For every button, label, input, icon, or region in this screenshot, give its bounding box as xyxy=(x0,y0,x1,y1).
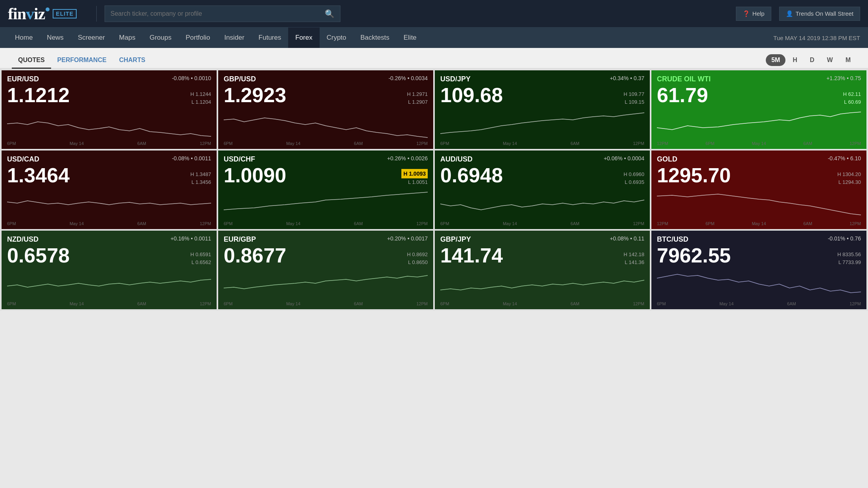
time-controls: 5M H D W M xyxy=(766,54,856,66)
tile-crudeoil-header: CRUDE OIL WTI +1.23% • 0.75 xyxy=(657,75,861,83)
tile-gbpusd-header: GBP/USD -0.26% • 0.0034 xyxy=(224,75,428,83)
header-divider xyxy=(96,6,97,22)
tile-gbpjpy-price: 141.74 xyxy=(440,244,503,267)
tile-gold-hl: H 1304.20L 1294.30 xyxy=(837,171,861,187)
nav-home[interactable]: Home xyxy=(8,28,40,48)
tile-btcusd-price: 7962.55 xyxy=(657,244,731,267)
tile-usdcad-symbol: USD/CAD xyxy=(7,155,39,163)
tile-eurusd-labels: 6PMMay 146AM12PM xyxy=(7,141,211,146)
tile-usdcad-price: 1.3464 xyxy=(7,164,70,187)
tile-eurusd-hl: H 1.1244L 1.1204 xyxy=(190,90,211,107)
tile-audusd-price: 0.6948 xyxy=(440,164,503,187)
nav-backtests[interactable]: Backtests xyxy=(353,28,397,48)
tile-eurusd-header: EUR/USD -0.08% • 0.0010 xyxy=(7,75,211,83)
tile-gbpusd-change: -0.26% • 0.0034 xyxy=(388,75,428,81)
search-icon[interactable]: 🔍 xyxy=(325,9,335,18)
search-box[interactable]: 🔍 xyxy=(105,6,340,22)
trends-button[interactable]: 👤 Trends On Wall Street xyxy=(779,7,860,21)
tile-crudeoil-change: +1.23% • 0.75 xyxy=(826,75,861,81)
tile-usdjpy-symbol: USD/JPY xyxy=(440,75,471,83)
nav-insider[interactable]: Insider xyxy=(217,28,252,48)
nav-portfolio[interactable]: Portfolio xyxy=(178,28,217,48)
trends-label: Trends On Wall Street xyxy=(796,10,853,17)
time-h[interactable]: H xyxy=(787,54,803,66)
tile-nzdusd-price-row: 0.6578 H 0.6591L 0.6562 xyxy=(7,244,211,267)
nav: Home News Screener Maps Groups Portfolio… xyxy=(0,28,868,48)
tile-nzdusd-change: +0.16% • 0.0011 xyxy=(171,235,211,242)
tile-gbpusd: GBP/USD -0.26% • 0.0034 1.2923 H 1.2971L… xyxy=(218,70,433,149)
tile-btcusd-price-row: 7962.55 H 8335.56L 7733.99 xyxy=(657,244,861,267)
tile-gold-labels: 12PM6PMMay 146AM12PM xyxy=(657,221,861,226)
tile-crudeoil-symbol: CRUDE OIL WTI xyxy=(657,75,711,83)
tile-audusd-labels: 6PMMay 146AM12PM xyxy=(440,221,644,226)
tile-nzdusd: NZD/USD +0.16% • 0.0011 0.6578 H 0.6591L… xyxy=(2,231,217,309)
tile-eurgbp-change: +0.20% • 0.0017 xyxy=(387,235,428,242)
tile-usdchf-price-row: 1.0090 H 1.0093L 1.0051 xyxy=(224,163,428,187)
tile-nzdusd-hl: H 0.6591L 0.6562 xyxy=(190,251,211,267)
tile-eurgbp-price: 0.8677 xyxy=(224,244,286,267)
tile-crudeoil: CRUDE OIL WTI +1.23% • 0.75 61.79 H 62.1… xyxy=(651,70,866,149)
nav-groups[interactable]: Groups xyxy=(142,28,178,48)
tile-usdchf-symbol: USD/CHF xyxy=(224,155,255,163)
tile-audusd: AUD/USD +0.06% • 0.0004 0.6948 H 0.6960L… xyxy=(435,150,650,229)
tile-gbpjpy-labels: 6PMMay 146AM12PM xyxy=(440,301,644,306)
tile-eurusd-price-row: 1.1212 H 1.1244L 1.1204 xyxy=(7,83,211,106)
tile-btcusd-symbol: BTC/USD xyxy=(657,235,688,244)
tile-nzdusd-symbol: NZD/USD xyxy=(7,235,39,244)
nav-crypto[interactable]: Crypto xyxy=(320,28,353,48)
tile-btcusd-header: BTC/USD -0.01% • 0.76 xyxy=(657,235,861,244)
help-button[interactable]: ❓ Help xyxy=(736,7,771,21)
time-5m[interactable]: 5M xyxy=(766,54,785,66)
tile-eurgbp: EUR/GBP +0.20% • 0.0017 0.8677 H 0.8692L… xyxy=(218,231,433,309)
tab-charts[interactable]: CHARTS xyxy=(113,53,152,69)
time-w[interactable]: W xyxy=(822,54,839,66)
tile-usdcad-labels: 6PMMay 146AM12PM xyxy=(7,221,211,226)
tile-btcusd-chart: 6PMMay 146AM12PM xyxy=(657,268,861,306)
forex-grid: EUR/USD -0.08% • 0.0010 1.1212 H 1.1244L… xyxy=(0,69,868,311)
tile-eurusd-change: -0.08% • 0.0010 xyxy=(172,75,211,81)
nav-maps[interactable]: Maps xyxy=(112,28,143,48)
tile-eurgbp-price-row: 0.8677 H 0.8692L 0.8650 xyxy=(224,244,428,267)
tab-performance[interactable]: PERFORMANCE xyxy=(51,53,113,69)
tile-usdchf-header: USD/CHF +0.26% • 0.0026 xyxy=(224,155,428,163)
tile-nzdusd-header: NZD/USD +0.16% • 0.0011 xyxy=(7,235,211,244)
tile-usdjpy-change: +0.34% • 0.37 xyxy=(610,75,644,81)
nav-elite[interactable]: Elite xyxy=(396,28,423,48)
tile-eurgbp-hl: H 0.8692L 0.8650 xyxy=(407,251,428,267)
time-m[interactable]: M xyxy=(840,54,856,66)
tile-gbpusd-hl: H 1.2971L 1.2907 xyxy=(407,90,428,107)
nav-forex[interactable]: Forex xyxy=(288,28,319,48)
nav-futures[interactable]: Futures xyxy=(252,28,289,48)
tile-crudeoil-hl: H 62.11L 60.69 xyxy=(843,90,861,107)
tile-audusd-chart: 6PMMay 146AM12PM xyxy=(440,188,644,226)
nav-screener[interactable]: Screener xyxy=(71,28,112,48)
tile-gold-price-row: 1295.70 H 1304.20L 1294.30 xyxy=(657,163,861,187)
tile-usdcad-hl: H 1.3487L 1.3456 xyxy=(190,171,211,187)
search-input[interactable] xyxy=(110,10,321,17)
tab-quotes[interactable]: QUOTES xyxy=(12,53,51,69)
tile-usdjpy-labels: 6PMMay 146AM12PM xyxy=(440,141,644,146)
tile-usdcad: USD/CAD -0.08% • 0.0011 1.3464 H 1.3487L… xyxy=(2,150,217,229)
nav-datetime: Tue MAY 14 2019 12:38 PM EST xyxy=(773,35,860,41)
nav-news[interactable]: News xyxy=(40,28,71,48)
tile-gold-header: GOLD -0.47% • 6.10 xyxy=(657,155,861,163)
tile-gbpusd-symbol: GBP/USD xyxy=(224,75,256,83)
tile-gbpjpy-symbol: GBP/JPY xyxy=(440,235,471,244)
user-icon: 👤 xyxy=(786,10,793,17)
tile-usdcad-chart: 6PMMay 146AM12PM xyxy=(7,188,211,226)
help-circle-icon: ❓ xyxy=(743,10,750,17)
header: finviz ELITE 🔍 ❓ Help 👤 Trends On Wall S… xyxy=(0,0,868,28)
tile-eurusd-chart: 6PMMay 146AM12PM xyxy=(7,108,211,146)
tile-gold-price: 1295.70 xyxy=(657,164,731,187)
tile-usdchf-price: 1.0090 xyxy=(224,164,286,187)
tile-audusd-hl: H 0.6960L 0.6935 xyxy=(623,171,644,187)
tile-crudeoil-labels: 12PM6PMMay 146AM12PM xyxy=(657,141,861,146)
header-right: ❓ Help 👤 Trends On Wall Street xyxy=(736,7,860,21)
tile-eurusd: EUR/USD -0.08% • 0.0010 1.1212 H 1.1244L… xyxy=(2,70,217,149)
tile-gbpjpy: GBP/JPY +0.08% • 0.11 141.74 H 142.18L 1… xyxy=(435,231,650,309)
time-d[interactable]: D xyxy=(804,54,820,66)
tile-usdjpy-chart: 6PMMay 146AM12PM xyxy=(440,108,644,146)
tile-eurusd-price: 1.1212 xyxy=(7,84,70,106)
tile-usdcad-change: -0.08% • 0.0011 xyxy=(172,155,211,161)
tile-usdchf-labels: 6PMMay 146AM12PM xyxy=(224,221,428,226)
